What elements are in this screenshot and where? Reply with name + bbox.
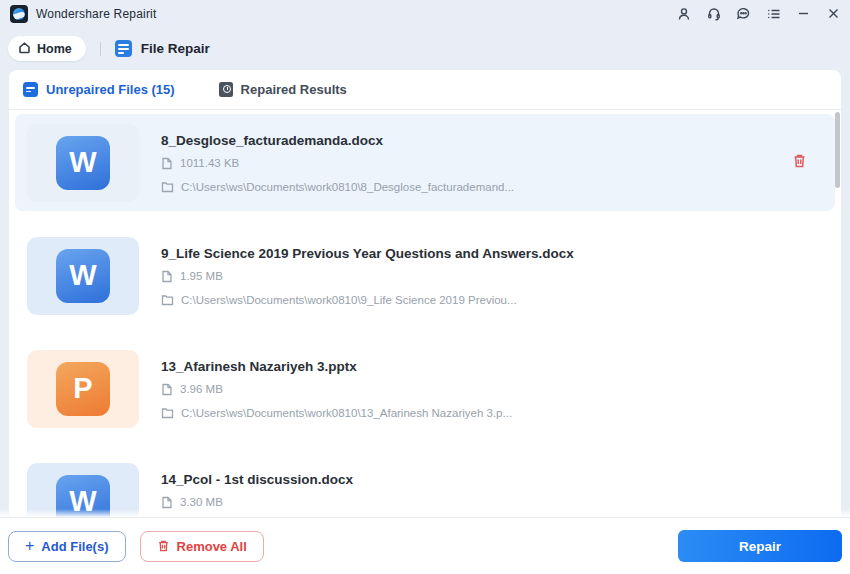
minimize-icon[interactable] [795, 5, 812, 22]
plus-icon: + [25, 538, 34, 554]
file-path-line: C:\Users\ws\Documents\work0810\13_Afarin… [161, 407, 512, 419]
file-path: C:\Users\ws\Documents\work0810\8_Desglos… [181, 181, 514, 193]
remove-all-button[interactable]: Remove All [140, 531, 264, 562]
nav-tab-bar: Home File Repair [0, 27, 850, 70]
file-type-icon: W [56, 249, 110, 303]
file-page-icon [161, 270, 173, 283]
file-type-icon: W [56, 136, 110, 190]
trash-icon [157, 539, 170, 553]
tab-separator [100, 42, 101, 56]
file-size: 3.30 MB [180, 496, 223, 508]
file-size-line: 1.95 MB [161, 270, 574, 283]
file-repair-icon [115, 40, 132, 57]
list-tabs: Unrepaired Files (15) Repaired Results [9, 70, 841, 110]
footer-bar: + Add File(s) Remove All Repair [0, 517, 850, 574]
file-size: 3.96 MB [180, 383, 223, 395]
menu-list-icon[interactable] [765, 5, 782, 22]
add-files-button[interactable]: + Add File(s) [8, 531, 126, 562]
repair-label: Repair [739, 539, 781, 554]
add-files-label: Add File(s) [41, 539, 108, 554]
tab-file-repair-label: File Repair [141, 41, 210, 56]
support-headset-icon[interactable] [705, 5, 722, 22]
file-path-line: C:\Users\ws\Documents\work0810\8_Desglos… [161, 181, 514, 193]
app-logo-icon [10, 5, 28, 23]
file-name: 14_Pcol - 1st discussion.docx [161, 472, 353, 487]
file-size-line: 1011.43 KB [161, 157, 514, 170]
repair-button[interactable]: Repair [678, 530, 842, 562]
tab-home[interactable]: Home [8, 36, 86, 61]
file-info: 14_Pcol - 1st discussion.docx 3.30 MB [161, 472, 353, 518]
file-thumbnail: P [27, 350, 139, 428]
file-type-icon: W [56, 475, 110, 518]
file-thumbnail: W [27, 463, 139, 518]
file-size: 1.95 MB [180, 270, 223, 282]
file-thumbnail: W [27, 237, 139, 315]
file-size-line: 3.30 MB [161, 496, 353, 509]
feedback-icon[interactable] [735, 5, 752, 22]
file-page-icon [161, 496, 173, 509]
file-page-icon [161, 157, 173, 170]
folder-icon [161, 181, 174, 193]
file-page-icon [161, 383, 173, 396]
file-name: 9_Life Science 2019 Previous Year Questi… [161, 246, 574, 261]
delete-file-icon[interactable] [792, 153, 807, 173]
file-info: 8_Desglose_facturademanda.docx 1011.43 K… [161, 133, 514, 193]
tab-unrepaired-files[interactable]: Unrepaired Files (15) [23, 82, 175, 97]
scrollbar-thumb[interactable] [835, 112, 840, 188]
file-type-icon: P [56, 362, 110, 416]
file-path: C:\Users\ws\Documents\work0810\9_Life Sc… [181, 294, 517, 306]
title-bar: Wondershare Repairit [0, 0, 850, 27]
home-icon [18, 40, 31, 58]
file-size: 1011.43 KB [180, 157, 239, 169]
file-row[interactable]: W 14_Pcol - 1st discussion.docx 3.30 MB [15, 453, 835, 517]
file-thumbnail: W [27, 124, 139, 202]
file-row[interactable]: W 8_Desglose_facturademanda.docx 1011.43… [15, 114, 835, 211]
folder-icon [161, 294, 174, 306]
app-title: Wondershare Repairit [36, 7, 157, 21]
file-path-line: C:\Users\ws\Documents\work0810\9_Life Sc… [161, 294, 574, 306]
tab-file-repair[interactable]: File Repair [115, 40, 210, 57]
tab-unrepaired-files-label: Unrepaired Files (15) [46, 82, 175, 97]
tab-repaired-results[interactable]: Repaired Results [219, 82, 347, 97]
folder-icon [161, 407, 174, 419]
content-card: Unrepaired Files (15) Repaired Results W… [9, 70, 841, 517]
unrepaired-files-icon [23, 82, 38, 97]
remove-all-label: Remove All [177, 539, 247, 554]
file-path: C:\Users\ws\Documents\work0810\13_Afarin… [181, 407, 512, 419]
file-info: 13_Afarinesh Nazariyeh 3.pptx 3.96 MB C:… [161, 359, 512, 419]
tab-repaired-results-label: Repaired Results [241, 82, 347, 97]
close-icon[interactable] [825, 5, 842, 22]
account-icon[interactable] [675, 5, 692, 22]
file-row[interactable]: P 13_Afarinesh Nazariyeh 3.pptx 3.96 MB … [15, 340, 835, 437]
repaired-results-icon [219, 82, 233, 97]
file-name: 13_Afarinesh Nazariyeh 3.pptx [161, 359, 512, 374]
file-list: W 8_Desglose_facturademanda.docx 1011.43… [9, 110, 841, 517]
tab-home-label: Home [37, 42, 72, 56]
file-info: 9_Life Science 2019 Previous Year Questi… [161, 246, 574, 306]
file-name: 8_Desglose_facturademanda.docx [161, 133, 514, 148]
file-row[interactable]: W 9_Life Science 2019 Previous Year Ques… [15, 227, 835, 324]
file-size-line: 3.96 MB [161, 383, 512, 396]
